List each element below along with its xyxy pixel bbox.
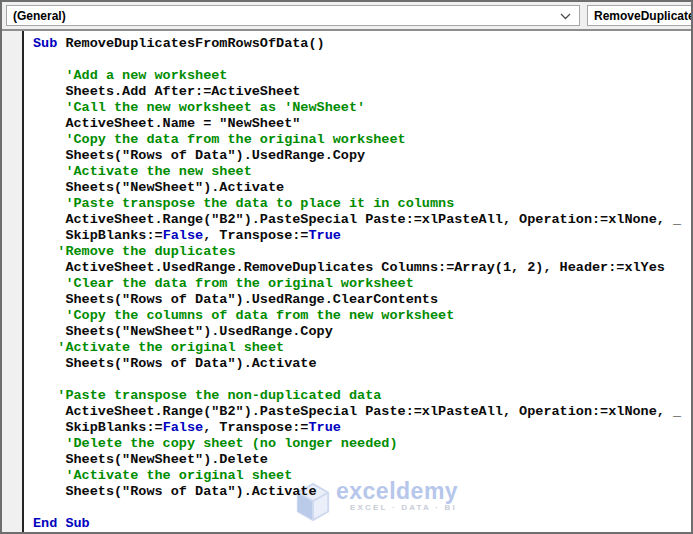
procedure-dropdown[interactable]: RemoveDuplicatesF (587, 5, 693, 26)
code-pane: exceldemy EXCEL · DATA · BI Sub RemoveDu… (2, 30, 691, 532)
code-line: 'Call the new worksheet as 'NewSheet' (33, 100, 691, 116)
code-editor[interactable]: exceldemy EXCEL · DATA · BI Sub RemoveDu… (24, 31, 691, 532)
code-line: Sheets("NewSheet").Delete (33, 452, 691, 468)
code-line: Sheets("Rows of Data").Activate (33, 484, 691, 500)
code-line: Sheets("Rows of Data").UsedRange.ClearCo… (33, 292, 691, 308)
code-line: Sub RemoveDuplicatesFromRowsOfData() (33, 36, 691, 52)
toolbar: (General) RemoveDuplicatesF (2, 2, 691, 30)
code-line: SkipBlanks:=False, Transpose:=True (33, 228, 691, 244)
code-line: SkipBlanks:=False, Transpose:=True (33, 420, 691, 436)
code-line: ActiveSheet.UsedRange.RemoveDuplicates C… (33, 260, 691, 276)
code-line (33, 500, 691, 516)
object-dropdown[interactable]: (General) (6, 5, 580, 26)
code-line: 'Activate the original sheet (33, 468, 691, 484)
code-line: End Sub (33, 516, 691, 532)
code-line: Sheets("Rows of Data").UsedRange.Copy (33, 148, 691, 164)
code-line: 'Remove the duplicates (33, 244, 691, 260)
code-line: 'Activate the original sheet (33, 340, 691, 356)
code-line: Sheets("Rows of Data").Activate (33, 356, 691, 372)
vba-code-window: (General) RemoveDuplicatesF (0, 0, 693, 534)
code-line (33, 372, 691, 388)
code-line: 'Paste transpose the data to place it in… (33, 196, 691, 212)
chevron-down-icon (560, 9, 571, 23)
code-lines: Sub RemoveDuplicatesFromRowsOfData() 'Ad… (24, 31, 691, 532)
code-line: Sheets("NewSheet").Activate (33, 180, 691, 196)
code-line: 'Delete the copy sheet (no longer needed… (33, 436, 691, 452)
code-line: ActiveSheet.Range("B2").PasteSpecial Pas… (33, 404, 691, 420)
code-line: 'Copy the columns of data from the new w… (33, 308, 691, 324)
code-line: Sheets.Add After:=ActiveSheet (33, 84, 691, 100)
object-dropdown-value: (General) (13, 9, 560, 23)
code-line: ActiveSheet.Range("B2").PasteSpecial Pas… (33, 212, 691, 228)
code-line: Sheets("NewSheet").UsedRange.Copy (33, 324, 691, 340)
code-line: 'Activate the new sheet (33, 164, 691, 180)
code-line (33, 52, 691, 68)
code-line: 'Copy the data from the original workshe… (33, 132, 691, 148)
code-line: ActiveSheet.Name = "NewSheet" (33, 116, 691, 132)
margin-indicator-bar[interactable] (2, 31, 24, 532)
code-line: 'Clear the data from the original worksh… (33, 276, 691, 292)
code-line: 'Paste transpose the non-duplicated data (33, 388, 691, 404)
procedure-dropdown-value: RemoveDuplicatesF (594, 9, 693, 23)
code-line: 'Add a new worksheet (33, 68, 691, 84)
